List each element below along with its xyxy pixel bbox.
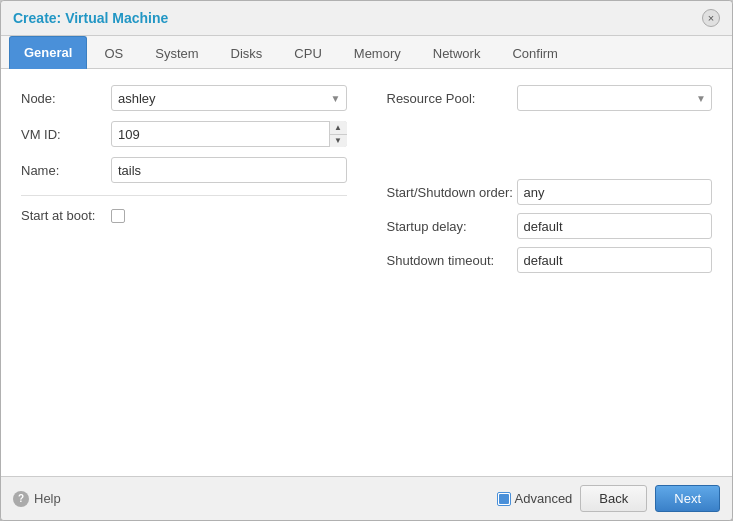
main-form: Node: ashley ▼ VM ID: ▲ ▼ — [21, 85, 712, 281]
tab-general[interactable]: General — [9, 36, 87, 69]
vmid-spinner: ▲ ▼ — [111, 121, 347, 147]
vmid-spinner-buttons: ▲ ▼ — [329, 121, 347, 147]
left-column: Node: ashley ▼ VM ID: ▲ ▼ — [21, 85, 347, 281]
tab-bar: General OS System Disks CPU Memory Netwo… — [1, 36, 732, 69]
name-row: Name: — [21, 157, 347, 183]
vmid-label: VM ID: — [21, 127, 111, 142]
node-select-wrapper: ashley ▼ — [111, 85, 347, 111]
start-shutdown-input[interactable] — [517, 179, 713, 205]
help-icon: ? — [13, 491, 29, 507]
tab-memory[interactable]: Memory — [339, 37, 416, 69]
shutdown-timeout-input[interactable] — [517, 247, 713, 273]
startup-delay-row: Startup delay: — [387, 213, 713, 239]
resource-pool-select[interactable] — [517, 85, 713, 111]
vmid-row: VM ID: ▲ ▼ — [21, 121, 347, 147]
shutdown-timeout-label: Shutdown timeout: — [387, 253, 517, 268]
advanced-label: Advanced — [515, 491, 573, 506]
help-label: Help — [34, 491, 61, 506]
tab-network[interactable]: Network — [418, 37, 496, 69]
shutdown-timeout-row: Shutdown timeout: — [387, 247, 713, 273]
name-input[interactable] — [111, 157, 347, 183]
close-button[interactable]: × — [702, 9, 720, 27]
divider — [21, 195, 347, 196]
tab-system[interactable]: System — [140, 37, 213, 69]
node-label: Node: — [21, 91, 111, 106]
resource-pool-label: Resource Pool: — [387, 91, 517, 106]
next-button[interactable]: Next — [655, 485, 720, 512]
footer-right: Advanced Back Next — [497, 485, 720, 512]
advanced-checkbox-checkmark — [499, 494, 509, 504]
title-bar: Create: Virtual Machine × — [1, 1, 732, 36]
node-row: Node: ashley ▼ — [21, 85, 347, 111]
help-button[interactable]: ? Help — [13, 491, 61, 507]
footer: ? Help Advanced Back Next — [1, 476, 732, 520]
startup-delay-label: Startup delay: — [387, 219, 517, 234]
start-shutdown-label: Start/Shutdown order: — [387, 185, 517, 200]
resource-pool-wrapper: ▼ — [517, 85, 713, 111]
name-label: Name: — [21, 163, 111, 178]
start-at-boot-label: Start at boot: — [21, 208, 111, 223]
start-at-boot-row: Start at boot: — [21, 208, 347, 223]
create-vm-dialog: Create: Virtual Machine × General OS Sys… — [0, 0, 733, 521]
tab-cpu[interactable]: CPU — [279, 37, 336, 69]
tab-os[interactable]: OS — [89, 37, 138, 69]
start-at-boot-checkbox[interactable] — [111, 209, 125, 223]
vmid-decrement[interactable]: ▼ — [330, 135, 347, 148]
startup-delay-input[interactable] — [517, 213, 713, 239]
advanced-checkbox-label[interactable]: Advanced — [497, 491, 573, 506]
vmid-increment[interactable]: ▲ — [330, 121, 347, 135]
start-shutdown-row: Start/Shutdown order: — [387, 179, 713, 205]
dialog-title: Create: Virtual Machine — [13, 10, 168, 26]
vmid-input[interactable] — [111, 121, 347, 147]
right-column: Resource Pool: ▼ Start/Shutdown order: S… — [387, 85, 713, 281]
tab-disks[interactable]: Disks — [216, 37, 278, 69]
resource-pool-row: Resource Pool: ▼ — [387, 85, 713, 111]
advanced-checkbox[interactable] — [497, 492, 511, 506]
close-icon: × — [708, 12, 714, 24]
form-content: Node: ashley ▼ VM ID: ▲ ▼ — [1, 69, 732, 476]
back-button[interactable]: Back — [580, 485, 647, 512]
node-select[interactable]: ashley — [111, 85, 347, 111]
footer-left: ? Help — [13, 491, 61, 507]
tab-confirm[interactable]: Confirm — [497, 37, 573, 69]
